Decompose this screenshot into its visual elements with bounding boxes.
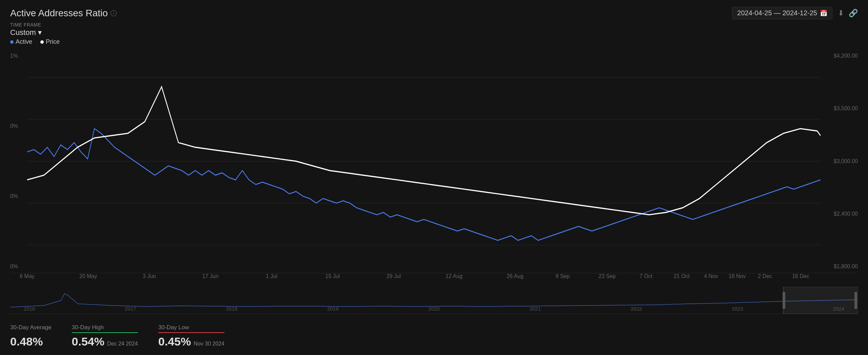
info-icon[interactable]: i [111,10,117,16]
x-label-1: 20 May [79,273,97,279]
main-chart-svg [27,50,821,273]
x-label-5: 15 Jul [326,273,340,279]
date-range[interactable]: 2024-04-25 — 2024-12-25 📅 [732,7,832,19]
stat-avg-label: 30-Day Average [10,324,52,331]
x-label-6: 29 Jul [387,273,401,279]
chart-area: 1% 0% 0% 0% $4,200.00 $3,500.00 $3,000.0… [10,50,858,348]
header-icons: ⬇ 🔗 [838,9,858,18]
x-label-7: 12 Aug [446,273,462,279]
x-label-12: 21 Oct [674,273,690,279]
stat-low-value: 0.45% Nov 30 2024 [158,335,224,348]
header: Active Addresses Ratio i 2024-04-25 — 20… [10,7,858,19]
x-label-0: 6 May [20,273,35,279]
nav-label-2019: 2019 [327,306,338,312]
chart-title: Active Addresses Ratio [10,8,108,19]
x-label-10: 23 Sep [598,273,616,279]
x-label-4: 1 Jul [266,273,277,279]
active-dot [10,40,14,44]
share-icon[interactable]: 🔗 [849,9,858,18]
legend-price: Price [40,38,60,45]
x-label-9: 9 Sep [556,273,570,279]
stat-low-underline [158,332,224,333]
x-label-2: 3 Jun [143,273,156,279]
legend-row: Active Price [10,38,858,45]
stat-high-label: 30-Day High [72,324,138,331]
stat-low-date: Nov 30 2024 [194,341,224,347]
stat-high-value: 0.54% Dec 24 2024 [72,335,138,348]
x-label-16: 16 Dec [792,273,809,279]
header-right: 2024-04-25 — 2024-12-25 📅 ⬇ 🔗 [732,7,858,19]
nav-label-2017: 2017 [125,306,136,312]
nav-label-2018: 2018 [226,306,237,312]
stat-avg-underline [10,332,52,333]
x-label-8: 26 Aug [507,273,524,279]
nav-label-2023: 2023 [732,306,743,312]
nav-label-2022: 2022 [631,306,642,312]
stats-row: 30-Day Average 0.48% 30-Day High 0.54% D… [10,321,858,348]
timeframe-row: TIME FRAME Custom ▾ [10,22,858,37]
stat-high-date: Dec 24 2024 [107,341,138,347]
page-container: Active Addresses Ratio i 2024-04-25 — 20… [0,0,868,355]
x-label-3: 17 Jun [202,273,219,279]
nav-label-2016: 2016 [24,306,35,312]
main-chart: 1% 0% 0% 0% $4,200.00 $3,500.00 $3,000.0… [10,50,858,273]
y-axis-left: 1% 0% 0% 0% [10,50,27,273]
legend-active: Active [10,38,32,45]
nav-label-2024: 2024 [833,306,844,312]
timeframe-select[interactable]: Custom ▾ [10,28,858,37]
x-axis: 6 May 20 May 3 Jun 17 Jun 1 Jul 15 Jul 2… [27,273,821,287]
stat-avg: 30-Day Average 0.48% [10,324,52,348]
stat-avg-value: 0.48% [10,335,52,348]
stat-low: 30-Day Low 0.45% Nov 30 2024 [158,324,224,348]
nav-label-2021: 2021 [530,306,541,312]
chevron-down-icon: ▾ [38,28,42,37]
price-dot [40,40,44,44]
x-label-15: 2 Dec [758,273,772,279]
navigator[interactable]: 2016 2017 2018 2019 2020 2021 2022 2023 … [10,287,858,314]
chart-svg-container [27,50,821,273]
stat-high: 30-Day High 0.54% Dec 24 2024 [72,324,138,348]
nav-label-2020: 2020 [428,306,439,312]
navigator-labels-row: 2016 2017 2018 2019 2020 2021 2022 2023 … [10,306,858,312]
title-row: Active Addresses Ratio i [10,8,117,19]
x-label-13: 4 Nov [704,273,718,279]
y-axis-right: $4,200.00 $3,500.00 $3,000.00 $2,400.00 … [824,50,858,273]
x-label-14: 18 Nov [729,273,746,279]
stat-low-label: 30-Day Low [158,324,224,331]
download-icon[interactable]: ⬇ [838,9,844,18]
calendar-icon: 📅 [820,9,827,17]
timeframe-label: TIME FRAME [10,22,858,27]
stat-high-underline [72,332,138,333]
x-label-11: 7 Oct [639,273,652,279]
